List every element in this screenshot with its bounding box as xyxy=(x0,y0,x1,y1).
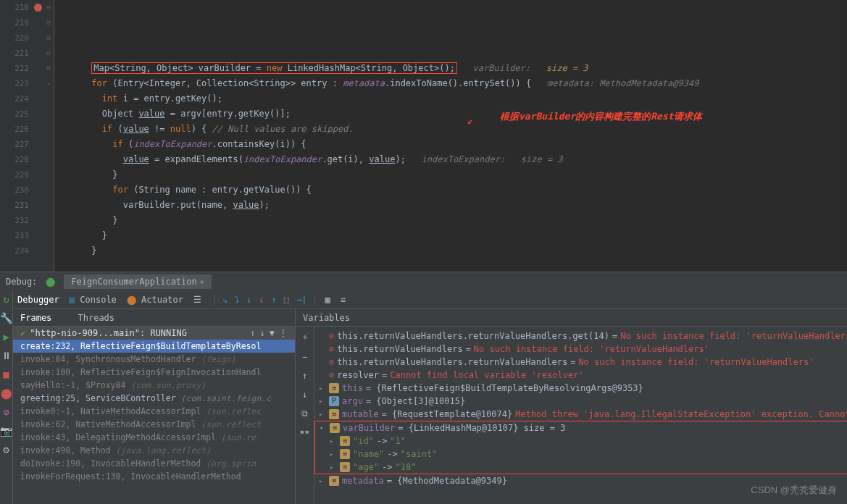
variables-panel: Variables ＋ − ↑ ↓ ⧉ 👓 ⊘ this.returnValue… xyxy=(296,309,847,504)
camera-icon[interactable]: 📷 xyxy=(0,425,12,437)
more-icon[interactable]: ≡ xyxy=(341,295,346,305)
frame-row[interactable]: invoke:100, ReflectiveFeign$FeignInvocat… xyxy=(13,366,295,379)
frame-row[interactable]: invoke0:-1, NativeMethodAccessorImpl (su… xyxy=(13,405,295,418)
step-into-icon[interactable]: ↓ xyxy=(246,295,251,305)
code-line[interactable]: } xyxy=(60,243,847,259)
error-icon: ⊘ xyxy=(329,344,334,354)
error-icon: ⊘ xyxy=(329,370,334,380)
add-watch-icon[interactable]: ＋ xyxy=(301,331,309,343)
mute-bp-icon[interactable]: ⊘ xyxy=(3,406,9,418)
line-gutter: 2182192202212222232242252262272282292302… xyxy=(0,0,33,272)
frame-row[interactable]: invokeForRequest:138, InvocableHandlerMe… xyxy=(13,470,295,483)
resume-icon[interactable]: ▶ xyxy=(3,331,9,343)
pause-icon[interactable]: ⏸ xyxy=(1,350,12,361)
vars-toolbar: ＋ − ↑ ↓ ⧉ 👓 xyxy=(296,327,314,504)
frames-panel: Frames Threads ✔ "http-nio-909...main": … xyxy=(13,309,296,504)
code-line[interactable]: Map<String, Object> varBuilder = new Lin… xyxy=(60,61,847,76)
breakpoint-gutter[interactable] xyxy=(33,0,43,272)
code-line[interactable]: int i = entry.getKey(); xyxy=(60,91,847,106)
map-entry-row[interactable]: ▸≡ "id" -> "1" xyxy=(315,434,847,448)
force-step-into-icon[interactable]: ↓ xyxy=(259,295,264,305)
frame-row[interactable]: invoke:62, NativeMethodAccessorImpl (sun… xyxy=(13,418,295,431)
code-line[interactable]: varBuilder.put(name, value); xyxy=(60,198,847,213)
code-line[interactable] xyxy=(60,259,847,272)
remove-watch-icon[interactable]: − xyxy=(302,352,307,362)
debugger-tab[interactable]: Debugger xyxy=(17,295,59,305)
step-out-icon[interactable]: ↑ xyxy=(272,295,277,305)
map-entry-row[interactable]: ▸≡ "age" -> "18" xyxy=(315,461,847,474)
watermark: CSDN @秃秃爱健身 xyxy=(751,484,837,497)
frame-row[interactable]: invoke:498, Method (java.lang.reflect) xyxy=(13,444,295,457)
frame-row[interactable]: doInvoke:190, InvocableHandlerMethod (or… xyxy=(13,457,295,470)
down-icon: ↓ xyxy=(260,328,265,338)
frame-row[interactable]: invoke:43, DelegatingMethodAccessorImpl … xyxy=(13,431,295,444)
code-line[interactable]: } xyxy=(60,213,847,228)
var-error-row[interactable]: ⊘ this.returnValueHandlers.returnValueHa… xyxy=(314,356,847,369)
code-area[interactable]: 根据varBuilder的内容构建完整的Rest请求体 ↙ Map<String… xyxy=(54,0,847,272)
debug-run-bar: Debug: ⬤ FeignConsumerApplication× xyxy=(0,272,847,290)
show-exec-icon[interactable]: ↘ xyxy=(222,295,228,305)
stop-icon[interactable]: ■ xyxy=(3,369,9,380)
code-line[interactable]: if (indexToExpander.containsKey(i)) { xyxy=(60,137,847,152)
gear-icon[interactable]: ⚙ xyxy=(3,444,9,455)
annotation-text: 根据varBuilder的内容构建完整的Rest请求体 xyxy=(500,109,702,124)
var-error-row[interactable]: ⊘ this.returnValueHandlers = No such ins… xyxy=(314,343,847,356)
error-icon: ⊘ xyxy=(329,331,334,341)
run-to-cursor-icon[interactable]: →| xyxy=(296,295,306,305)
copy-icon[interactable]: ⧉ xyxy=(301,408,308,419)
glasses-icon[interactable]: 👓 xyxy=(299,427,310,437)
variables-header: Variables xyxy=(296,309,847,327)
up-watch-icon[interactable]: ↑ xyxy=(302,371,307,381)
thread-selector[interactable]: ✔ "http-nio-909...main": RUNNING ↑ ↓ ▼ ⋮ xyxy=(13,327,295,340)
varbuilder-group: ▾≡ varBuilder = {LinkedHashMap@10107} si… xyxy=(314,421,847,474)
code-line[interactable]: value = expandElements(indexToExpander.g… xyxy=(60,152,847,167)
frame-row[interactable]: create:232, ReflectiveFeign$BuildTemplat… xyxy=(13,340,295,353)
map-entry-row[interactable]: ▸≡ "name" -> "saint" xyxy=(315,448,847,461)
bug-icon: ⬤ xyxy=(46,277,55,287)
check-icon: ✔ xyxy=(20,328,25,338)
debug-label: Debug: xyxy=(6,277,37,287)
code-editor[interactable]: 2182192202212222232242252262272282292302… xyxy=(0,0,847,272)
var-error-row[interactable]: ⊘ this.returnValueHandlers.returnValueHa… xyxy=(314,329,847,343)
code-line[interactable]: if (value != null) { // Null values are … xyxy=(60,122,847,137)
frames-list[interactable]: create:232, ReflectiveFeign$BuildTemplat… xyxy=(13,340,295,504)
more-frames-icon: ⋮ xyxy=(279,328,288,338)
debug-sidebar: ↻ 🔧 ▶ ⏸ ■ ⬤ ⊘ 📷 ⚙ xyxy=(0,290,13,504)
step-over-icon[interactable]: ⤵ xyxy=(235,295,239,305)
settings-icon[interactable]: 🔧 xyxy=(0,312,12,324)
code-line[interactable]: } xyxy=(60,167,847,182)
console-tab[interactable]: ▤ Console xyxy=(70,295,117,305)
debugger-tabs: Debugger ▤ Console ⬤ Actuator ☰ ↘ ⤵ ↓ ↓ … xyxy=(13,290,847,309)
debug-panel: ↻ 🔧 ▶ ⏸ ■ ⬤ ⊘ 📷 ⚙ Debugger ▤ Console ⬤ A… xyxy=(0,290,847,504)
frame-row[interactable]: sayHello:-1, $Proxy84 (com.sun.proxy) xyxy=(13,379,295,392)
threads-icon[interactable]: ☰ xyxy=(193,295,201,305)
error-icon: ⊘ xyxy=(329,357,334,367)
drop-frame-icon[interactable]: ⬚ xyxy=(284,295,289,305)
breakpoints-icon[interactable]: ⬤ xyxy=(1,387,12,399)
code-line[interactable]: } xyxy=(60,228,847,243)
var-row[interactable]: ▸≡ this = {ReflectiveFeign$BuildTemplate… xyxy=(314,382,847,395)
frame-row[interactable]: invoke:84, SynchronousMethodHandler (fei… xyxy=(13,353,295,366)
arrow-icon: ↙ xyxy=(467,113,473,128)
filter-icon: ▼ xyxy=(270,328,275,338)
var-row[interactable]: ▸≡ mutable = {RequestTemplate@10074} Met… xyxy=(314,408,847,421)
down-watch-icon[interactable]: ↓ xyxy=(302,390,307,400)
frame-row[interactable]: greeting:25, ServiceBController (com.sai… xyxy=(13,392,295,405)
code-line[interactable]: for (String name : entry.getValue()) { xyxy=(60,182,847,198)
code-line[interactable]: for (Entry<Integer, Collection<String>> … xyxy=(60,76,847,91)
close-icon[interactable]: × xyxy=(200,278,204,286)
frames-header: Frames Threads xyxy=(13,309,295,327)
run-config-tab[interactable]: FeignConsumerApplication× xyxy=(64,274,211,289)
up-icon: ↑ xyxy=(250,328,255,338)
fold-gutter[interactable]: ⊟⊟⊟⊟⊟⨼ xyxy=(43,0,54,272)
variables-list[interactable]: ⊘ this.returnValueHandlers.returnValueHa… xyxy=(314,327,847,504)
var-error-row[interactable]: ⊘ resolver = Cannot find local variable … xyxy=(314,369,847,382)
var-row[interactable]: ▾≡ varBuilder = {LinkedHashMap@10107} si… xyxy=(315,421,847,434)
code-line[interactable]: Object value = argv[entry.getKey()]; xyxy=(60,106,847,122)
rerun-icon[interactable]: ↻ xyxy=(3,293,9,305)
var-row[interactable]: ▸P argv = {Object[3]@10015} xyxy=(314,395,847,408)
eval-icon[interactable]: ▦ xyxy=(325,295,330,305)
actuator-tab[interactable]: ⬤ Actuator xyxy=(127,295,183,305)
